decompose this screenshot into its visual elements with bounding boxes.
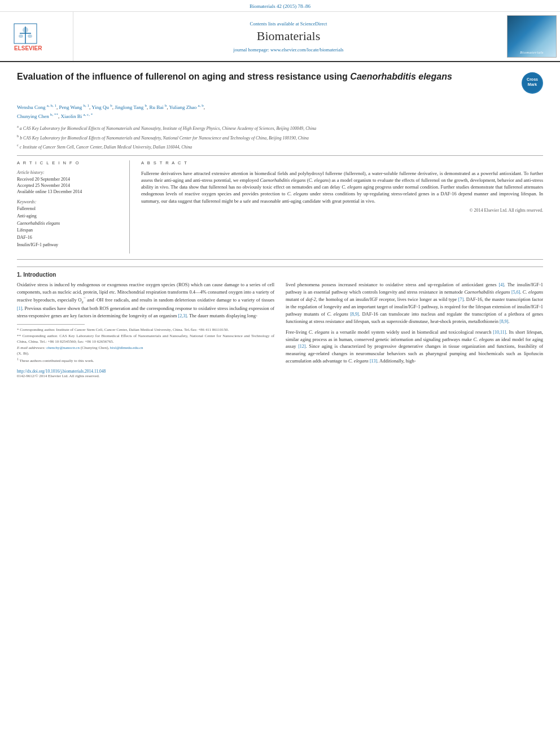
biomaterials-logo-text: Biomaterials — [520, 50, 544, 55]
article-title-section: Evaluation of the influence of fullereno… — [17, 71, 543, 98]
footnote-star1: * Corresponding author. Institute of Can… — [17, 327, 274, 333]
intro-text-right-2: Free-living C. elegans is a versatile mo… — [286, 329, 543, 365]
copyright-text: © 2014 Elsevier Ltd. All rights reserved… — [141, 208, 543, 213]
crossmark-icon: Cross Mark — [522, 72, 543, 94]
accepted-date: Accepted 25 November 2014 — [17, 182, 121, 189]
keyword-4: Lifespan — [17, 227, 121, 234]
homepage-url[interactable]: www.elsevier.com/locate/biomaterials — [270, 47, 344, 53]
svg-text:Cross: Cross — [527, 77, 538, 81]
svg-point-3 — [23, 27, 28, 33]
svg-point-4 — [19, 34, 23, 38]
history-label: Article history: — [17, 170, 121, 175]
article-title-plain: Evaluation of the influence of fullereno… — [17, 72, 350, 81]
homepage-label: journal homepage: — [233, 47, 269, 53]
elsevier-text: ELSEVIER — [14, 45, 42, 51]
abstract-text: Fullerene derivatives have attracted ext… — [141, 170, 543, 205]
footnote-email: E-mail addresses: chenchy@nanoctr.cn (Ch… — [17, 345, 274, 357]
intro-text-right-1: lived phenomena possess increased resist… — [286, 281, 543, 325]
author-chunying: Chunying Chen — [17, 113, 49, 119]
available-date: Available online 13 December 2014 — [17, 189, 121, 195]
introduction-body: Oxidative stress is induced by endogenou… — [17, 281, 543, 378]
abstract-column: A B S T R A C T Fullerene derivatives ha… — [141, 160, 543, 254]
elsevier-logo-svg: ELSEVIER — [11, 21, 62, 52]
sciencedirect-text: Contents lists available at ScienceDirec… — [250, 21, 327, 27]
article-title: Evaluation of the influence of fullereno… — [17, 71, 516, 83]
abstract-label: A B S T R A C T — [141, 160, 543, 165]
biomaterials-logo-image: Biomaterials — [507, 15, 557, 58]
article-title-container: Evaluation of the influence of fullereno… — [17, 71, 516, 85]
keyword-6: Insulin/IGF-1 pathway — [17, 242, 121, 249]
keyword-2: Anti-aging — [17, 213, 121, 220]
affil-c: c c Institute of Cancer Stem Cell, Cance… — [17, 142, 543, 151]
affil-b: b b CAS Key Laboratory for Biomedical Ef… — [17, 133, 543, 142]
footnote-star2: ** Corresponding author. CAS Key Laborat… — [17, 333, 274, 345]
intro-col-right: lived phenomena possess increased resist… — [286, 281, 543, 378]
author-peng: Peng Wang — [59, 104, 82, 110]
author-ying: Ying Qu — [91, 104, 109, 110]
affiliations: a a CAS Key Laboratory for Biomedical Ef… — [17, 124, 543, 151]
received-date: Received 20 September 2014 — [17, 176, 121, 182]
author-yuliang: Yuliang Zhao — [169, 104, 197, 110]
email-bixl[interactable]: bixl@dlmedu.edu.cn — [110, 346, 143, 350]
article-info-abstract: A R T I C L E I N F O Article history: R… — [17, 160, 543, 254]
email-chenchy[interactable]: chenchy@nanoctr.cn — [46, 346, 80, 350]
doi-url[interactable]: http://dx.doi.org/10.1016/j.biomaterials… — [17, 369, 274, 374]
footnote-divider — [17, 324, 85, 325]
keyword-3: Caenorhabditis elegans — [17, 220, 121, 228]
introduction-title: 1. Introduction — [17, 272, 543, 278]
journal-title-area: Contents lists available at ScienceDirec… — [73, 12, 504, 61]
footnote-equal: 1 These authors contributed equally to t… — [17, 357, 274, 364]
author-xiaolin: Xiaolin Bi — [61, 113, 82, 119]
keywords-label: Keywords: — [17, 199, 121, 204]
journal-homepage: journal homepage: www.elsevier.com/locat… — [233, 47, 343, 53]
divider-2 — [17, 259, 543, 260]
authors: Wenshu Cong a, b, 1, Peng Wang b, 1, Yin… — [17, 103, 543, 120]
article-info-label: A R T I C L E I N F O — [17, 160, 121, 165]
svg-text:Mark: Mark — [528, 82, 537, 86]
article-history-group: Article history: Received 20 September 2… — [17, 170, 121, 195]
keywords-group: Keywords: Fullerenol Anti-aging Caenorha… — [17, 199, 121, 249]
issn-line: 0142-9612/© 2014 Elsevier Ltd. All right… — [17, 374, 274, 378]
journal-header: ELSEVIER Contents lists available at Sci… — [0, 12, 560, 62]
biomaterials-logo-area: Biomaterials — [504, 12, 560, 61]
crossmark-badge: Cross Mark — [522, 72, 543, 94]
svg-point-5 — [28, 34, 32, 38]
article-title-italic: Caenorhabditis elegans — [350, 72, 452, 81]
author-wenshu: Wenshu Cong — [17, 104, 46, 110]
affil-a: a a CAS Key Laboratory for Biomedical Ef… — [17, 124, 543, 132]
intro-text-left: Oxidative stress is induced by endogenou… — [17, 281, 274, 320]
keyword-5: DAF-16 — [17, 234, 121, 242]
author-jinglong: Jinglong Tang — [115, 104, 143, 110]
journal-reference: Biomaterials 42 (2015) 78–86 — [0, 0, 560, 12]
author-ru: Ru Bai — [149, 104, 163, 110]
journal-title-main: Biomaterials — [257, 29, 320, 43]
divider-1 — [17, 155, 543, 156]
intro-col-left: Oxidative stress is induced by endogenou… — [17, 281, 274, 378]
article-body: Evaluation of the influence of fullereno… — [0, 62, 560, 384]
introduction-section: 1. Introduction Oxidative stress is indu… — [17, 267, 543, 378]
keyword-1: Fullerenol — [17, 206, 121, 213]
article-info-column: A R T I C L E I N F O Article history: R… — [17, 160, 130, 254]
elsevier-logo-area: ELSEVIER — [0, 12, 73, 61]
